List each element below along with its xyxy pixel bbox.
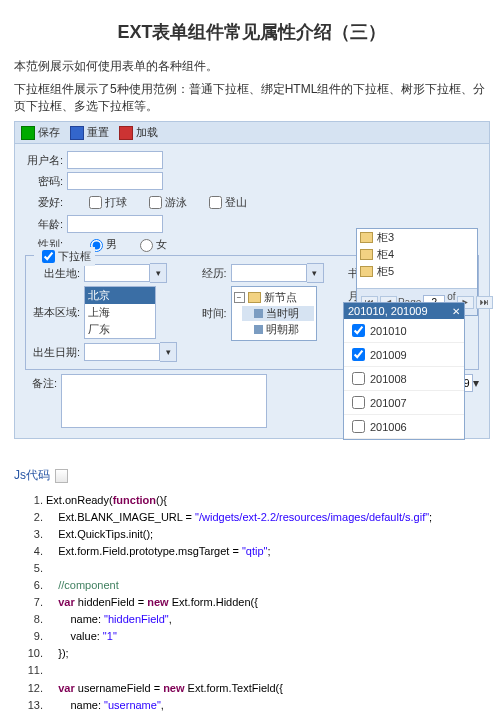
collapse-icon[interactable]: − <box>234 292 245 303</box>
option-checkbox[interactable] <box>352 396 365 409</box>
sex-female[interactable]: 女 <box>135 236 167 252</box>
reload-button[interactable]: 加载 <box>119 125 158 140</box>
tree-leaf-label: 当时明 <box>266 306 299 321</box>
base-area-label: 基本区域: <box>32 305 80 320</box>
multiselect-header-text: 201010, 201009 <box>348 305 428 317</box>
base-area-list[interactable]: 北京 上海 厂东 <box>84 286 156 339</box>
hobby-ball-label: 打球 <box>105 195 127 210</box>
tree-leaf[interactable]: 当时明 <box>242 306 314 321</box>
option-label: 201007 <box>370 397 407 409</box>
close-icon[interactable]: ✕ <box>452 306 460 317</box>
born-area-trigger[interactable]: ▾ <box>150 263 167 283</box>
experience-trigger[interactable]: ▾ <box>307 263 324 283</box>
code-line: name: "username", <box>46 697 490 713</box>
folder-icon <box>360 249 373 260</box>
save-button[interactable]: 保存 <box>21 125 60 140</box>
code-line: Ext.onReady(function(){ <box>46 492 490 509</box>
multiselect-header: 201010, 201009 ✕ <box>344 303 464 319</box>
option-label: 201010 <box>370 325 407 337</box>
hobby-climb[interactable]: 登山 <box>205 193 247 212</box>
folder-icon <box>248 292 261 303</box>
save-icon <box>21 126 35 140</box>
hobby-label: 爱好: <box>21 195 63 210</box>
sex-female-label: 女 <box>156 237 167 252</box>
page-title: EXT表单组件常见属性介绍（三） <box>14 20 490 44</box>
reset-button[interactable]: 重置 <box>70 125 109 140</box>
page-last-button[interactable]: ⏭ <box>476 296 493 309</box>
option-label: 201009 <box>370 349 407 361</box>
password-label: 密码: <box>21 174 63 189</box>
born-area-combo[interactable] <box>84 264 150 282</box>
option-checkbox[interactable] <box>352 324 365 337</box>
list-item[interactable]: 厂东 <box>85 321 155 338</box>
option-checkbox[interactable] <box>352 372 365 385</box>
intro-1: 本范例展示如何使用表单的各种组件。 <box>14 58 490 75</box>
age-label: 年龄: <box>21 217 63 232</box>
tree-root[interactable]: −新节点 <box>234 290 314 305</box>
hobby-swim-label: 游泳 <box>165 195 187 210</box>
code-line: var hiddenField = new Ext.form.Hidden({ <box>46 594 490 611</box>
copy-icon[interactable] <box>55 469 68 483</box>
time-tree[interactable]: −新节点 当时明 明朝那 <box>231 286 317 341</box>
dropdown-option[interactable]: 柜4 <box>357 246 477 263</box>
born-date-trigger[interactable]: ▾ <box>160 342 177 362</box>
save-label: 保存 <box>38 125 60 140</box>
tree-leaf[interactable]: 明朝那 <box>242 322 314 337</box>
list-item[interactable]: 北京 <box>85 287 155 304</box>
sex-male-label: 男 <box>106 237 117 252</box>
option-label: 201006 <box>370 421 407 433</box>
option-checkbox[interactable] <box>352 348 365 361</box>
code-line: name: "hiddenField", <box>46 611 490 628</box>
code-line: Ext.BLANK_IMAGE_URL = "/widgets/ext-2.2/… <box>46 509 490 526</box>
reload-icon <box>119 126 133 140</box>
tree-root-label: 新节点 <box>264 290 297 305</box>
code-section-label: Js代码 <box>14 467 490 484</box>
code-block: Ext.onReady(function(){ Ext.BLANK_IMAGE_… <box>14 492 490 713</box>
hobby-ball[interactable]: 打球 <box>85 193 127 212</box>
tree-leaf-label: 明朝那 <box>266 322 299 337</box>
password-input[interactable] <box>67 172 163 190</box>
list-item[interactable]: 上海 <box>85 304 155 321</box>
hobby-swim[interactable]: 游泳 <box>145 193 187 212</box>
option-label: 201008 <box>370 373 407 385</box>
multiselect-option[interactable]: 201006 <box>344 415 464 439</box>
code-label-text: Js代码 <box>14 467 50 484</box>
option-label: 柜4 <box>377 247 394 262</box>
dropdown-option[interactable]: 柜3 <box>357 229 477 246</box>
reset-icon <box>70 126 84 140</box>
option-checkbox[interactable] <box>352 420 365 433</box>
code-line: }); <box>46 645 490 662</box>
multiselect-option[interactable]: 201010 <box>344 319 464 343</box>
born-date-input[interactable] <box>84 343 160 361</box>
remarks-label: 备注: <box>25 374 57 391</box>
multiselect-option[interactable]: 201008 <box>344 367 464 391</box>
born-date-label: 出生日期: <box>32 345 80 360</box>
born-area-label: 出生地: <box>32 266 80 281</box>
reload-label: 加载 <box>136 125 158 140</box>
code-line <box>46 662 490 679</box>
hobby-climb-label: 登山 <box>225 195 247 210</box>
code-line: var usernameField = new Ext.form.TextFie… <box>46 680 490 697</box>
intro-2: 下拉框组件展示了5种使用范例：普通下拉框、绑定HTML组件的下拉框、树形下拉框、… <box>14 81 490 115</box>
reset-label: 重置 <box>87 125 109 140</box>
month-multiselect-dropdown[interactable]: 201010, 201009 ✕ 201010 201009 201008 20… <box>343 302 465 440</box>
dropdown-option[interactable]: 柜5 <box>357 263 477 280</box>
month-trigger[interactable]: ▾ <box>473 376 479 390</box>
experience-combo[interactable] <box>231 264 307 282</box>
leaf-icon <box>254 309 263 318</box>
fieldset-legend[interactable]: 下拉框 <box>34 247 95 266</box>
code-line <box>46 560 490 577</box>
folder-icon <box>360 266 373 277</box>
remarks-textarea[interactable] <box>61 374 267 428</box>
form-toolbar: 保存 重置 加载 <box>14 121 490 144</box>
username-input[interactable] <box>67 151 163 169</box>
option-label: 柜5 <box>377 264 394 279</box>
fieldset-toggle[interactable] <box>42 250 55 263</box>
code-line: Ext.form.Field.prototype.msgTarget = "qt… <box>46 543 490 560</box>
username-label: 用户名: <box>21 153 63 168</box>
multiselect-option[interactable]: 201009 <box>344 343 464 367</box>
code-line: Ext.QuickTips.init(); <box>46 526 490 543</box>
option-label: 柜3 <box>377 230 394 245</box>
age-input[interactable] <box>67 215 163 233</box>
multiselect-option[interactable]: 201007 <box>344 391 464 415</box>
